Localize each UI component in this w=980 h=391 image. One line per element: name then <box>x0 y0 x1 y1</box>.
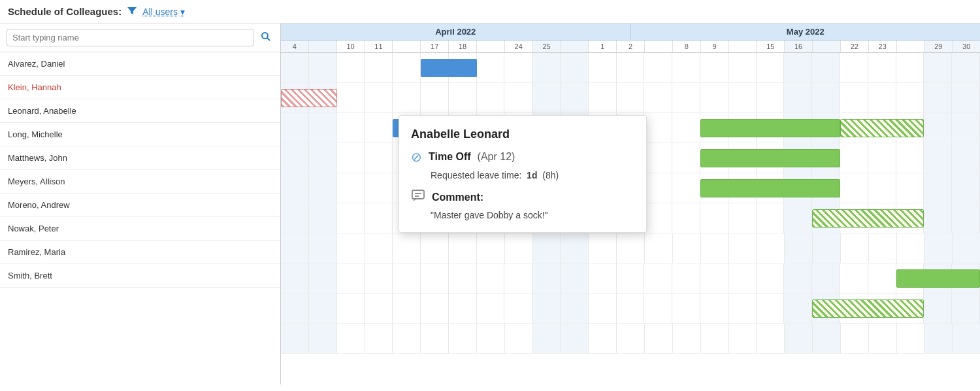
calendar-cell[interactable] <box>924 233 953 263</box>
calendar-cell[interactable] <box>757 324 785 353</box>
calendar-cell[interactable] <box>896 143 924 173</box>
calendar-cell[interactable] <box>337 173 365 203</box>
calendar-cell[interactable] <box>812 264 840 293</box>
calendar-cell[interactable] <box>393 324 421 353</box>
calendar-cell[interactable] <box>365 173 393 203</box>
calendar-cell[interactable] <box>505 233 533 263</box>
calendar-cell[interactable] <box>728 83 757 112</box>
calendar-cell[interactable] <box>617 324 645 353</box>
calendar-cell[interactable] <box>644 203 672 233</box>
calendar-cell[interactable] <box>728 264 757 293</box>
calendar-cell[interactable] <box>700 83 728 112</box>
calendar-cell[interactable] <box>644 264 672 293</box>
event-block[interactable] <box>812 299 924 318</box>
calendar-cell[interactable] <box>309 173 337 203</box>
calendar-cell[interactable] <box>281 233 309 263</box>
calendar-cell[interactable] <box>841 233 869 263</box>
calendar-cell[interactable] <box>617 264 645 293</box>
calendar-cell[interactable] <box>589 233 617 263</box>
calendar-cell[interactable] <box>281 113 309 143</box>
event-block[interactable] <box>700 119 840 137</box>
calendar-cell[interactable] <box>784 53 812 82</box>
calendar-cell[interactable] <box>924 294 952 323</box>
calendar-cell[interactable] <box>337 203 365 233</box>
calendar-cell[interactable] <box>840 83 868 112</box>
calendar-cell[interactable] <box>281 324 309 353</box>
calendar-cell[interactable] <box>617 294 645 323</box>
calendar-cell[interactable] <box>924 324 953 353</box>
calendar-cell[interactable] <box>896 83 924 112</box>
calendar-cell[interactable] <box>561 294 589 323</box>
calendar-cell[interactable] <box>729 324 757 353</box>
calendar-cell[interactable] <box>952 113 980 143</box>
calendar-cell[interactable] <box>532 264 561 293</box>
calendar-cell[interactable] <box>673 233 701 263</box>
calendar-cell[interactable] <box>309 143 337 173</box>
calendar-cell[interactable] <box>952 173 980 203</box>
calendar-cell[interactable] <box>532 83 561 112</box>
calendar-cell[interactable] <box>869 233 897 263</box>
calendar-cell[interactable] <box>812 83 840 112</box>
list-item[interactable]: Klein, Hannah <box>0 76 280 99</box>
search-button[interactable] <box>258 31 274 44</box>
calendar-cell[interactable] <box>281 53 309 82</box>
calendar-cell[interactable] <box>477 294 505 323</box>
calendar-cell[interactable] <box>645 233 673 263</box>
calendar-cell[interactable] <box>561 324 589 353</box>
calendar-cell[interactable] <box>672 294 700 323</box>
calendar-cell[interactable] <box>393 294 421 323</box>
event-block[interactable] <box>700 149 840 167</box>
calendar-cell[interactable] <box>728 53 757 82</box>
calendar-cell[interactable] <box>952 53 980 82</box>
calendar-cell[interactable] <box>589 264 617 293</box>
calendar-cell[interactable] <box>644 173 672 203</box>
calendar-cell[interactable] <box>449 233 477 263</box>
calendar-cell[interactable] <box>729 233 757 263</box>
calendar-cell[interactable] <box>365 83 393 112</box>
calendar-cell[interactable] <box>644 53 672 82</box>
calendar-cell[interactable] <box>449 264 477 293</box>
calendar-cell[interactable] <box>589 53 617 82</box>
calendar-cell[interactable] <box>924 53 952 82</box>
calendar-cell[interactable] <box>868 53 896 82</box>
calendar-cell[interactable] <box>477 233 505 263</box>
calendar-cell[interactable] <box>700 294 728 323</box>
calendar-cell[interactable] <box>869 324 897 353</box>
calendar-cell[interactable] <box>868 143 896 173</box>
calendar-cell[interactable] <box>281 143 309 173</box>
calendar-cell[interactable] <box>504 294 532 323</box>
calendar-cell[interactable] <box>477 83 505 112</box>
calendar-cell[interactable] <box>309 203 337 233</box>
calendar-cell[interactable] <box>924 203 952 233</box>
calendar-cell[interactable] <box>281 264 309 293</box>
calendar-cell[interactable] <box>393 83 421 112</box>
calendar-cell[interactable] <box>589 324 617 353</box>
calendar-cell[interactable] <box>840 264 868 293</box>
calendar-cell[interactable] <box>561 233 589 263</box>
calendar-cell[interactable] <box>700 203 728 233</box>
calendar-cell[interactable] <box>365 294 393 323</box>
calendar-cell[interactable] <box>561 53 589 82</box>
calendar-cell[interactable] <box>868 83 896 112</box>
calendar-cell[interactable] <box>897 233 925 263</box>
calendar-cell[interactable] <box>672 83 700 112</box>
calendar-cell[interactable] <box>504 264 532 293</box>
calendar-cell[interactable] <box>644 294 672 323</box>
calendar-cell[interactable] <box>700 53 728 82</box>
calendar-cell[interactable] <box>672 143 700 173</box>
calendar-cell[interactable] <box>533 324 561 353</box>
calendar-cell[interactable] <box>896 53 924 82</box>
calendar-cell[interactable] <box>841 324 869 353</box>
calendar-cell[interactable] <box>504 53 532 82</box>
list-item[interactable]: Matthews, John <box>0 146 280 170</box>
calendar-cell[interactable] <box>953 233 980 263</box>
calendar-cell[interactable] <box>757 233 785 263</box>
calendar-cell[interactable] <box>337 113 365 143</box>
calendar-cell[interactable] <box>365 324 393 353</box>
all-users-filter-button[interactable]: All users ▾ <box>142 7 185 17</box>
calendar-cell[interactable] <box>365 113 393 143</box>
calendar-cell[interactable] <box>421 324 449 353</box>
calendar-cell[interactable] <box>365 203 393 233</box>
list-item[interactable]: Alvarez, Daniel <box>0 52 280 76</box>
calendar-cell[interactable] <box>505 324 533 353</box>
